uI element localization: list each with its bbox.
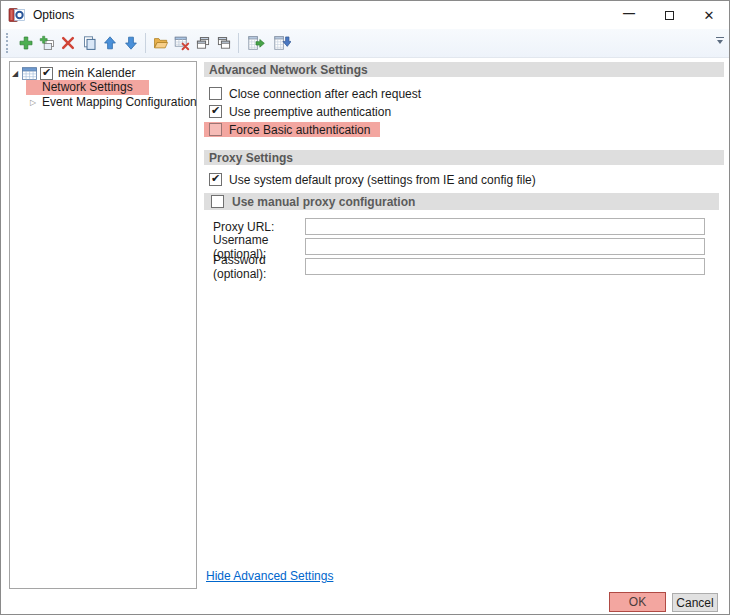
manual-proxy-checkbox[interactable]	[211, 195, 224, 208]
expand-all-button[interactable]	[213, 32, 234, 54]
import-table-icon	[273, 34, 291, 52]
toolbar-grip[interactable]	[6, 33, 9, 53]
delete-profile-button[interactable]	[57, 32, 78, 54]
option-label: Force Basic authentication	[229, 123, 370, 137]
maximize-button[interactable]	[649, 1, 689, 29]
tree-item-label: mein Kalender	[58, 66, 135, 80]
toolbar-separator	[145, 33, 146, 53]
manual-proxy-option[interactable]: Use manual proxy configuration	[204, 193, 719, 210]
force-basic-auth-option[interactable]: Force Basic authentication	[204, 122, 380, 137]
minimize-button[interactable]: —	[609, 1, 649, 29]
export-table-icon	[247, 34, 265, 52]
system-default-proxy-checkbox[interactable]: ✔	[209, 173, 222, 186]
maximize-icon	[665, 11, 674, 20]
open-folder-button[interactable]	[150, 32, 171, 54]
plus-icon	[18, 35, 34, 51]
close-button[interactable]: ✕	[689, 1, 729, 29]
folder-icon	[153, 35, 169, 51]
preemptive-auth-option[interactable]: ✔ Use preemptive authentication	[204, 104, 391, 119]
tree-item-label: Network Settings	[26, 80, 149, 95]
ok-button[interactable]: OK	[609, 592, 666, 612]
table-delete-icon	[174, 35, 190, 51]
profiles-tree: ◢ ✔ mein Kalender Network Settings ▷ Eve…	[9, 61, 197, 589]
options-dialog: Options — ✕	[0, 0, 730, 615]
app-icon	[8, 6, 26, 24]
proxy-url-label: Proxy URL:	[204, 220, 305, 234]
proxy-password-label: Password (optional):	[204, 253, 305, 281]
red-x-icon	[60, 35, 76, 51]
toolbar-overflow-button[interactable]	[715, 37, 725, 44]
import-profiles-button[interactable]	[269, 32, 295, 54]
expander-closed-icon[interactable]: ▷	[30, 98, 42, 107]
window-controls: — ✕	[609, 1, 729, 29]
close-icon: ✕	[704, 8, 715, 23]
advanced-network-settings-header: Advanced Network Settings	[204, 62, 724, 77]
tree-item-label: Event Mapping Configuration	[42, 95, 197, 109]
hide-advanced-settings-link[interactable]: Hide Advanced Settings	[206, 569, 333, 583]
cascade-windows-icon	[195, 35, 211, 51]
collapse-all-button[interactable]	[192, 32, 213, 54]
tree-item-event-mapping[interactable]: ▷ Event Mapping Configuration	[30, 95, 197, 109]
clear-cache-button[interactable]	[171, 32, 192, 54]
copy-profile-button[interactable]	[78, 32, 99, 54]
add-profile-button[interactable]	[15, 32, 36, 54]
expander-open-icon[interactable]: ◢	[12, 69, 22, 78]
tree-item-network-settings[interactable]: Network Settings	[26, 80, 149, 94]
preemptive-auth-checkbox[interactable]: ✔	[209, 105, 222, 118]
option-label: Close connection after each request	[229, 87, 421, 101]
move-down-button[interactable]	[120, 32, 141, 54]
export-profiles-button[interactable]	[243, 32, 269, 54]
add-multiple-icon	[39, 35, 55, 51]
cancel-button[interactable]: Cancel	[672, 593, 718, 612]
option-label: Use manual proxy configuration	[232, 195, 415, 209]
close-connection-checkbox[interactable]	[209, 87, 222, 100]
title-bar: Options — ✕	[1, 1, 729, 29]
copy-pages-icon	[81, 35, 97, 51]
window-title: Options	[33, 8, 74, 22]
proxy-password-row: Password (optional):	[204, 258, 724, 275]
calendar-icon	[22, 67, 37, 80]
move-up-button[interactable]	[99, 32, 120, 54]
arrow-down-icon	[123, 35, 139, 51]
cascade-windows-icon	[216, 35, 232, 51]
option-label: Use preemptive authentication	[229, 105, 391, 119]
force-basic-auth-checkbox[interactable]	[209, 123, 222, 136]
system-default-proxy-option[interactable]: ✔ Use system default proxy (settings fro…	[204, 172, 536, 187]
arrow-up-icon	[102, 35, 118, 51]
option-label: Use system default proxy (settings from …	[229, 173, 536, 187]
proxy-username-input[interactable]	[305, 238, 705, 255]
profile-checkbox[interactable]: ✔	[40, 67, 53, 80]
toolbar	[1, 29, 729, 58]
overflow-icon	[716, 37, 724, 38]
minimize-icon: —	[623, 6, 635, 20]
proxy-url-input[interactable]	[305, 218, 705, 235]
add-multiple-profiles-button[interactable]	[36, 32, 57, 54]
proxy-settings-header: Proxy Settings	[204, 150, 724, 165]
close-connection-option[interactable]: Close connection after each request	[204, 86, 421, 101]
toolbar-separator	[238, 33, 239, 53]
settings-panel: Advanced Network Settings Close connecti…	[204, 58, 724, 591]
proxy-password-input[interactable]	[305, 258, 705, 275]
